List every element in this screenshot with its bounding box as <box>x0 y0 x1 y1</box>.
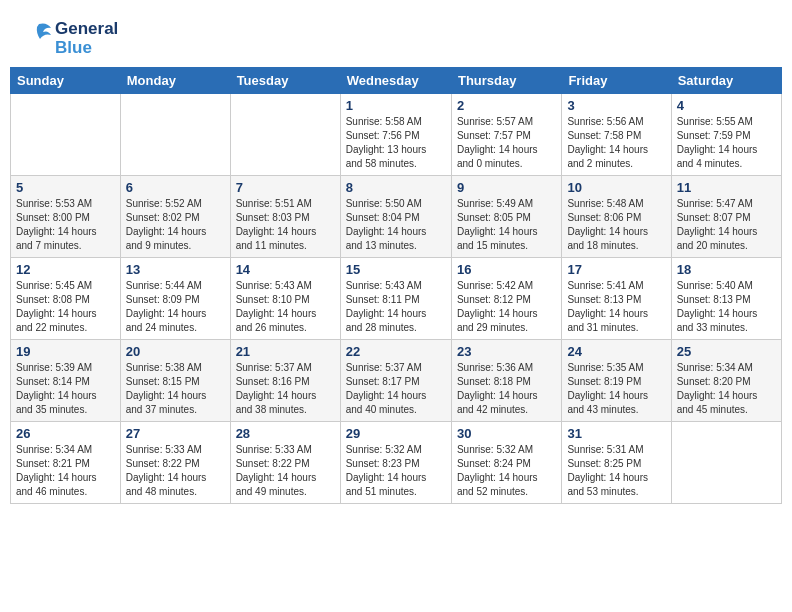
calendar-day-14: 14Sunrise: 5:43 AM Sunset: 8:10 PM Dayli… <box>230 258 340 340</box>
calendar-day-18: 18Sunrise: 5:40 AM Sunset: 8:13 PM Dayli… <box>671 258 781 340</box>
calendar-week-row: 26Sunrise: 5:34 AM Sunset: 8:21 PM Dayli… <box>11 422 782 504</box>
calendar-day-29: 29Sunrise: 5:32 AM Sunset: 8:23 PM Dayli… <box>340 422 451 504</box>
page-header: General Blue <box>10 10 782 62</box>
weekday-header-sunday: Sunday <box>11 68 121 94</box>
calendar-day-8: 8Sunrise: 5:50 AM Sunset: 8:04 PM Daylig… <box>340 176 451 258</box>
calendar-day-23: 23Sunrise: 5:36 AM Sunset: 8:18 PM Dayli… <box>451 340 561 422</box>
day-number: 16 <box>457 262 556 277</box>
day-number: 12 <box>16 262 115 277</box>
day-info: Sunrise: 5:35 AM Sunset: 8:19 PM Dayligh… <box>567 361 665 417</box>
day-number: 20 <box>126 344 225 359</box>
logo-words: General Blue <box>55 20 118 57</box>
calendar-empty-cell <box>230 94 340 176</box>
calendar-day-12: 12Sunrise: 5:45 AM Sunset: 8:08 PM Dayli… <box>11 258 121 340</box>
calendar-day-6: 6Sunrise: 5:52 AM Sunset: 8:02 PM Daylig… <box>120 176 230 258</box>
calendar-day-16: 16Sunrise: 5:42 AM Sunset: 8:12 PM Dayli… <box>451 258 561 340</box>
day-info: Sunrise: 5:33 AM Sunset: 8:22 PM Dayligh… <box>126 443 225 499</box>
day-info: Sunrise: 5:50 AM Sunset: 8:04 PM Dayligh… <box>346 197 446 253</box>
calendar-header-row: SundayMondayTuesdayWednesdayThursdayFrid… <box>11 68 782 94</box>
day-number: 23 <box>457 344 556 359</box>
day-number: 30 <box>457 426 556 441</box>
calendar-day-27: 27Sunrise: 5:33 AM Sunset: 8:22 PM Dayli… <box>120 422 230 504</box>
day-info: Sunrise: 5:36 AM Sunset: 8:18 PM Dayligh… <box>457 361 556 417</box>
day-number: 21 <box>236 344 335 359</box>
day-info: Sunrise: 5:32 AM Sunset: 8:23 PM Dayligh… <box>346 443 446 499</box>
day-info: Sunrise: 5:58 AM Sunset: 7:56 PM Dayligh… <box>346 115 446 171</box>
day-number: 6 <box>126 180 225 195</box>
weekday-header-tuesday: Tuesday <box>230 68 340 94</box>
day-number: 2 <box>457 98 556 113</box>
day-number: 8 <box>346 180 446 195</box>
calendar-day-5: 5Sunrise: 5:53 AM Sunset: 8:00 PM Daylig… <box>11 176 121 258</box>
calendar-day-30: 30Sunrise: 5:32 AM Sunset: 8:24 PM Dayli… <box>451 422 561 504</box>
logo-general: General <box>55 20 118 39</box>
calendar-empty-cell <box>11 94 121 176</box>
calendar-week-row: 5Sunrise: 5:53 AM Sunset: 8:00 PM Daylig… <box>11 176 782 258</box>
calendar-day-1: 1Sunrise: 5:58 AM Sunset: 7:56 PM Daylig… <box>340 94 451 176</box>
day-number: 11 <box>677 180 776 195</box>
calendar-day-3: 3Sunrise: 5:56 AM Sunset: 7:58 PM Daylig… <box>562 94 671 176</box>
day-info: Sunrise: 5:42 AM Sunset: 8:12 PM Dayligh… <box>457 279 556 335</box>
day-number: 24 <box>567 344 665 359</box>
day-number: 26 <box>16 426 115 441</box>
weekday-header-thursday: Thursday <box>451 68 561 94</box>
day-number: 22 <box>346 344 446 359</box>
day-info: Sunrise: 5:43 AM Sunset: 8:10 PM Dayligh… <box>236 279 335 335</box>
day-info: Sunrise: 5:55 AM Sunset: 7:59 PM Dayligh… <box>677 115 776 171</box>
day-info: Sunrise: 5:39 AM Sunset: 8:14 PM Dayligh… <box>16 361 115 417</box>
calendar-day-2: 2Sunrise: 5:57 AM Sunset: 7:57 PM Daylig… <box>451 94 561 176</box>
calendar-day-7: 7Sunrise: 5:51 AM Sunset: 8:03 PM Daylig… <box>230 176 340 258</box>
day-number: 5 <box>16 180 115 195</box>
day-number: 28 <box>236 426 335 441</box>
day-info: Sunrise: 5:37 AM Sunset: 8:16 PM Dayligh… <box>236 361 335 417</box>
day-number: 31 <box>567 426 665 441</box>
day-info: Sunrise: 5:47 AM Sunset: 8:07 PM Dayligh… <box>677 197 776 253</box>
calendar-empty-cell <box>671 422 781 504</box>
calendar-day-10: 10Sunrise: 5:48 AM Sunset: 8:06 PM Dayli… <box>562 176 671 258</box>
calendar-day-26: 26Sunrise: 5:34 AM Sunset: 8:21 PM Dayli… <box>11 422 121 504</box>
weekday-header-wednesday: Wednesday <box>340 68 451 94</box>
day-number: 4 <box>677 98 776 113</box>
day-number: 15 <box>346 262 446 277</box>
calendar-day-17: 17Sunrise: 5:41 AM Sunset: 8:13 PM Dayli… <box>562 258 671 340</box>
day-number: 9 <box>457 180 556 195</box>
calendar-day-24: 24Sunrise: 5:35 AM Sunset: 8:19 PM Dayli… <box>562 340 671 422</box>
day-number: 19 <box>16 344 115 359</box>
logo-bird-icon <box>25 22 53 56</box>
day-number: 13 <box>126 262 225 277</box>
day-number: 1 <box>346 98 446 113</box>
day-number: 18 <box>677 262 776 277</box>
logo: General Blue <box>25 20 118 57</box>
day-number: 14 <box>236 262 335 277</box>
day-number: 25 <box>677 344 776 359</box>
calendar-day-28: 28Sunrise: 5:33 AM Sunset: 8:22 PM Dayli… <box>230 422 340 504</box>
day-number: 17 <box>567 262 665 277</box>
day-info: Sunrise: 5:37 AM Sunset: 8:17 PM Dayligh… <box>346 361 446 417</box>
calendar-day-22: 22Sunrise: 5:37 AM Sunset: 8:17 PM Dayli… <box>340 340 451 422</box>
logo-text-block: General Blue <box>25 20 118 57</box>
calendar-day-11: 11Sunrise: 5:47 AM Sunset: 8:07 PM Dayli… <box>671 176 781 258</box>
day-info: Sunrise: 5:34 AM Sunset: 8:20 PM Dayligh… <box>677 361 776 417</box>
calendar-day-13: 13Sunrise: 5:44 AM Sunset: 8:09 PM Dayli… <box>120 258 230 340</box>
weekday-header-monday: Monday <box>120 68 230 94</box>
logo-name: General Blue <box>25 20 118 57</box>
logo-blue: Blue <box>55 39 118 58</box>
calendar-week-row: 1Sunrise: 5:58 AM Sunset: 7:56 PM Daylig… <box>11 94 782 176</box>
day-number: 7 <box>236 180 335 195</box>
day-info: Sunrise: 5:31 AM Sunset: 8:25 PM Dayligh… <box>567 443 665 499</box>
day-number: 29 <box>346 426 446 441</box>
day-info: Sunrise: 5:49 AM Sunset: 8:05 PM Dayligh… <box>457 197 556 253</box>
calendar-day-25: 25Sunrise: 5:34 AM Sunset: 8:20 PM Dayli… <box>671 340 781 422</box>
day-number: 3 <box>567 98 665 113</box>
calendar-empty-cell <box>120 94 230 176</box>
day-info: Sunrise: 5:33 AM Sunset: 8:22 PM Dayligh… <box>236 443 335 499</box>
calendar-week-row: 19Sunrise: 5:39 AM Sunset: 8:14 PM Dayli… <box>11 340 782 422</box>
day-info: Sunrise: 5:32 AM Sunset: 8:24 PM Dayligh… <box>457 443 556 499</box>
calendar-day-19: 19Sunrise: 5:39 AM Sunset: 8:14 PM Dayli… <box>11 340 121 422</box>
calendar-table: SundayMondayTuesdayWednesdayThursdayFrid… <box>10 67 782 504</box>
day-info: Sunrise: 5:53 AM Sunset: 8:00 PM Dayligh… <box>16 197 115 253</box>
weekday-header-friday: Friday <box>562 68 671 94</box>
weekday-header-saturday: Saturday <box>671 68 781 94</box>
calendar-day-21: 21Sunrise: 5:37 AM Sunset: 8:16 PM Dayli… <box>230 340 340 422</box>
day-info: Sunrise: 5:48 AM Sunset: 8:06 PM Dayligh… <box>567 197 665 253</box>
